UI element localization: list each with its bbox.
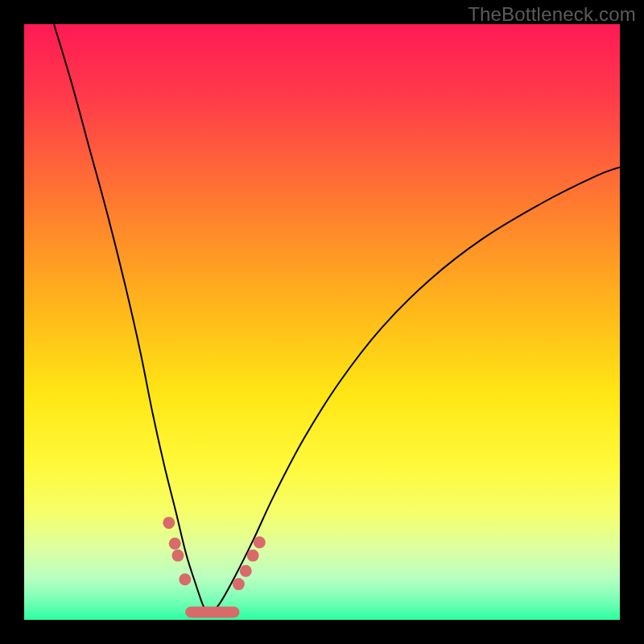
marker-dot [240, 565, 252, 577]
chart-svg [24, 24, 620, 620]
marker-dot [179, 573, 191, 585]
chart-frame: TheBottleneck.com [0, 0, 644, 644]
marker-dot [254, 536, 266, 548]
marker-dot [169, 538, 181, 550]
watermark-text: TheBottleneck.com [468, 3, 636, 26]
marker-dot [247, 550, 259, 562]
marker-dot [171, 550, 184, 562]
marker-dot [233, 578, 245, 590]
curve-left [54, 24, 208, 617]
marker-group [163, 517, 265, 613]
curve-right [208, 167, 620, 617]
marker-dot [163, 517, 175, 529]
